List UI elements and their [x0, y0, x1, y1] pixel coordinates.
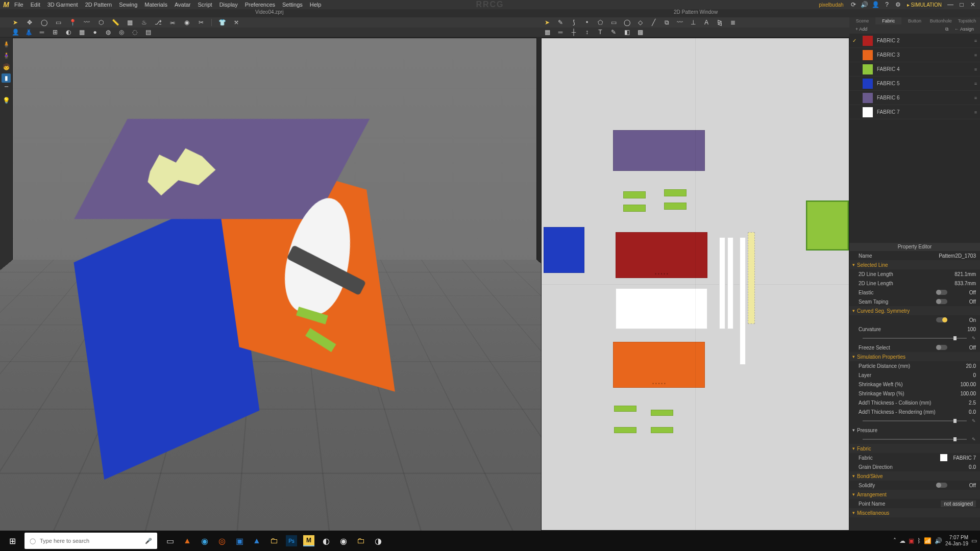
2d-show-baseline-icon[interactable]: ┼ [570, 28, 578, 36]
pe-shrinkweft-value[interactable]: 100.00 [950, 382, 976, 387]
show-avatar-icon[interactable]: 👤 [11, 28, 19, 36]
pattern-white[interactable] [616, 288, 707, 329]
tab-scene[interactable]: Scene [849, 17, 875, 24]
fabric-menu-icon[interactable]: ≡ [974, 53, 977, 58]
pattern-green-4[interactable] [664, 203, 687, 210]
copy-fabric-button[interactable]: ⧉ [942, 26, 951, 33]
user-icon[interactable]: 👤 [871, 0, 880, 9]
pe-pressure-slider[interactable] [863, 439, 967, 440]
tack-tool-icon[interactable]: ⬡ [97, 18, 105, 27]
tab-fabric[interactable]: Fabric [875, 17, 901, 24]
2d-edit-curve-icon[interactable]: ⟆ [570, 18, 578, 27]
3d-box-garment[interactable] [31, 104, 403, 493]
fabric-row-3[interactable]: FABRIC 5≡ [849, 77, 980, 91]
tab-topstitch[interactable]: Topstitch [954, 17, 980, 24]
pattern-green-8[interactable] [651, 427, 673, 433]
pattern-green-7[interactable] [614, 427, 636, 433]
pattern-strip-1[interactable] [719, 237, 725, 329]
tray-clock[interactable]: 7:07 PM 24-Jan-19 [945, 535, 968, 547]
texture-tool-icon[interactable]: ▦ [126, 18, 134, 27]
2d-rectangle-icon[interactable]: ▭ [609, 18, 618, 27]
select-tool-icon[interactable]: ➤ [11, 18, 19, 27]
2d-notch-icon[interactable]: ⊥ [689, 18, 697, 27]
2d-show-name-icon[interactable]: T [596, 28, 604, 36]
menu-script[interactable]: Script [194, 0, 216, 9]
2d-circle-icon[interactable]: ◯ [623, 18, 631, 27]
pe-fabric-value[interactable]: FABRIC 7 [950, 455, 976, 461]
pe-curvature-slider[interactable] [863, 338, 967, 339]
app-3-icon[interactable]: ◎ [213, 531, 231, 551]
sync-icon[interactable]: ⟳ [849, 0, 858, 9]
pe-pointname-value[interactable]: not assigned [941, 500, 976, 507]
2d-show-seam-icon[interactable]: ═ [556, 28, 565, 36]
help-icon[interactable]: ? [883, 0, 892, 9]
lasso-tool-icon[interactable]: ◯ [40, 18, 48, 27]
2d-trace-icon[interactable]: ⧉ [663, 18, 671, 27]
fabric-row-0[interactable]: ✓FABRIC 2≡ [849, 34, 980, 48]
steam-tool-icon[interactable]: ♨ [140, 18, 148, 27]
menu-3d-garment[interactable]: 3D Garment [44, 0, 82, 9]
trim-tool-icon[interactable]: ✂ [197, 18, 205, 27]
pe-seamtaping-toggle[interactable] [936, 299, 947, 304]
fabric-swatch[interactable] [863, 64, 873, 74]
explorer-icon[interactable]: 🗀 [265, 531, 283, 551]
2d-show-fabric-icon[interactable]: ◧ [623, 28, 631, 36]
pattern-green-6[interactable] [651, 410, 673, 416]
fabric-swatch[interactable] [863, 107, 873, 117]
menu-display[interactable]: Display [216, 0, 241, 9]
measure-tool-icon[interactable]: 📏 [111, 18, 119, 27]
thick-render-icon[interactable]: ◐ [64, 28, 72, 36]
2d-annotation-icon[interactable]: A [702, 18, 710, 27]
pattern-strip-2[interactable] [727, 237, 733, 329]
2d-edit-pattern-icon[interactable]: ✎ [556, 18, 565, 27]
sec-fabric[interactable]: Fabric [849, 444, 980, 453]
fabric-swatch[interactable] [863, 93, 873, 103]
show-garment-icon[interactable]: 👗 [24, 28, 33, 36]
pe-addlren-value[interactable]: 0.0 [950, 409, 976, 415]
2d-select-icon[interactable]: ➤ [543, 18, 551, 27]
show-internal-icon[interactable]: ⊞ [51, 28, 59, 36]
menu-sewing[interactable]: Sewing [115, 0, 141, 9]
pe-curvesym-toggle[interactable] [936, 317, 947, 322]
grid-toggle-icon[interactable]: ▤ [144, 28, 152, 36]
wireframe-icon[interactable]: ▦ [78, 28, 86, 36]
pattern-green-2[interactable] [623, 205, 646, 212]
pe-particle-value[interactable]: 20.0 [950, 363, 976, 369]
show-seam-icon[interactable]: ═ [38, 28, 46, 36]
2d-internal-line-icon[interactable]: ╱ [649, 18, 657, 27]
menu-edit[interactable]: Edit [27, 0, 44, 9]
2d-seam-icon[interactable]: 〰 [676, 18, 684, 27]
pencil-icon[interactable]: ✎ [972, 418, 976, 423]
stress-map-icon[interactable]: ◍ [104, 28, 112, 36]
shaded-icon[interactable]: ● [91, 28, 99, 36]
sec-curve-symmetry[interactable]: Curved Seg. Symmetry [849, 306, 980, 315]
menu-help[interactable]: Help [306, 0, 325, 9]
sewing-tool-icon[interactable]: 〰 [83, 18, 91, 27]
tray-notification-icon[interactable]: ▭ [971, 537, 977, 544]
pattern-green-3[interactable] [664, 189, 687, 196]
pe-grain-value[interactable]: 0.0 [950, 464, 976, 470]
tray-wifi-icon[interactable]: 📶 [924, 537, 932, 544]
avatar-male-icon[interactable]: 🧍 [2, 40, 11, 49]
pe-solidify-toggle[interactable] [936, 483, 947, 488]
avatar-light-icon[interactable]: 💡 [2, 96, 11, 105]
2d-show-mesh-icon[interactable]: ▩ [636, 28, 644, 36]
pattern-green-large[interactable] [807, 202, 848, 249]
close-icon[interactable]: ✕ [968, 0, 977, 9]
menu-materials[interactable]: Materials [141, 0, 171, 9]
viewport-2d[interactable] [541, 38, 849, 531]
app-7-icon[interactable]: ◑ [370, 531, 387, 551]
fabric-menu-icon[interactable]: ≡ [974, 110, 977, 115]
tray-bt-icon[interactable]: ᛒ [917, 537, 921, 544]
fold-tool-icon[interactable]: ⎇ [154, 18, 162, 27]
simulation-button[interactable]: SIMULATION [905, 2, 944, 8]
app-4-icon[interactable]: ▣ [231, 531, 248, 551]
pe-elastic-toggle[interactable] [936, 290, 947, 295]
fabric-menu-icon[interactable]: ≡ [974, 67, 977, 72]
pe-thickness-slider[interactable] [863, 420, 967, 421]
2d-grading-icon[interactable]: ≣ [729, 18, 737, 27]
fabric-check-icon[interactable]: ✓ [852, 38, 859, 43]
fabric-swatch[interactable] [863, 79, 873, 89]
2d-window-tab[interactable]: 2D Pattern Window [674, 9, 718, 15]
sec-pressure[interactable]: Pressure [849, 425, 980, 435]
